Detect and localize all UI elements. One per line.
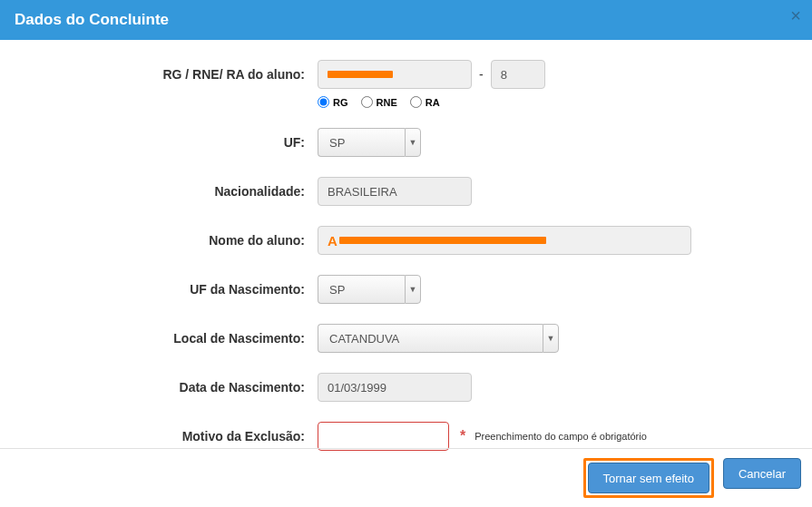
row-motivo: Motivo da Exclusão: * Preenchimento do c…	[36, 422, 776, 451]
close-icon[interactable]: ×	[790, 5, 801, 26]
label-uf-nasc: UF da Nascimento:	[36, 282, 318, 297]
label-rg: RG / RNE/ RA do aluno:	[36, 67, 318, 82]
radio-rne-input[interactable]	[361, 96, 373, 108]
row-rg: RG / RNE/ RA do aluno: -	[36, 60, 776, 89]
uf-nasc-value: SP	[318, 275, 405, 304]
chevron-down-icon: ▼	[543, 324, 559, 353]
radio-ra-input[interactable]	[410, 96, 422, 108]
radio-rne[interactable]: RNE	[361, 96, 397, 108]
label-motivo: Motivo da Exclusão:	[36, 429, 318, 444]
data-nasc-input[interactable]	[318, 373, 472, 402]
radio-ra[interactable]: RA	[410, 96, 440, 108]
chevron-down-icon: ▼	[405, 275, 421, 304]
nome-input[interactable]: A	[318, 226, 691, 255]
modal-header: Dados do Concluinte ×	[0, 0, 812, 40]
row-nome: Nome do aluno: A	[36, 226, 776, 255]
label-local-nasc: Local de Nascimento:	[36, 331, 318, 346]
radio-rne-label: RNE	[377, 97, 397, 108]
redacted-icon	[328, 71, 393, 78]
uf-nasc-select[interactable]: SP ▼	[318, 275, 421, 304]
motivo-input[interactable]	[318, 422, 449, 451]
row-data-nasc: Data de Nascimento:	[36, 373, 776, 402]
label-data-nasc: Data de Nascimento:	[36, 380, 318, 395]
primary-highlight: Tornar sem efeito	[583, 458, 714, 498]
rg-input[interactable]	[318, 60, 472, 89]
required-msg: Preenchimento do campo é obrigatório	[474, 431, 647, 442]
row-local-nasc: Local de Nascimento: CATANDUVA ▼	[36, 324, 776, 353]
nome-initial: A	[328, 233, 338, 249]
required-star-icon: *	[460, 428, 465, 444]
local-nasc-value: CATANDUVA	[318, 324, 543, 353]
row-nacionalidade: Nacionalidade:	[36, 177, 776, 206]
uf-select-value: SP	[318, 128, 405, 157]
label-nome: Nome do aluno:	[36, 233, 318, 248]
redacted-icon	[339, 237, 546, 244]
chevron-down-icon: ▼	[405, 128, 421, 157]
label-nacionalidade: Nacionalidade:	[36, 184, 318, 199]
row-uf-nasc: UF da Nascimento: SP ▼	[36, 275, 776, 304]
radio-rg-input[interactable]	[318, 96, 329, 108]
cancel-button[interactable]: Cancelar	[723, 458, 801, 489]
modal-title: Dados do Concluinte	[15, 11, 169, 28]
form-body: RG / RNE/ RA do aluno: - RG RNE RA UF: S…	[0, 40, 812, 480]
uf-select[interactable]: SP ▼	[318, 128, 421, 157]
radio-rg[interactable]: RG	[318, 96, 348, 108]
radio-ra-label: RA	[426, 97, 440, 108]
row-uf: UF: SP ▼	[36, 128, 776, 157]
label-uf: UF:	[36, 135, 318, 150]
tornar-sem-efeito-button[interactable]: Tornar sem efeito	[588, 463, 709, 493]
doc-type-radios: RG RNE RA	[318, 96, 776, 108]
nacionalidade-input[interactable]	[318, 177, 472, 206]
rg-digit-input[interactable]	[491, 60, 545, 89]
radio-rg-label: RG	[333, 97, 348, 108]
dash-separator: -	[477, 67, 485, 82]
modal-footer: Tornar sem efeito Cancelar	[0, 448, 812, 507]
local-nasc-select[interactable]: CATANDUVA ▼	[318, 324, 559, 353]
